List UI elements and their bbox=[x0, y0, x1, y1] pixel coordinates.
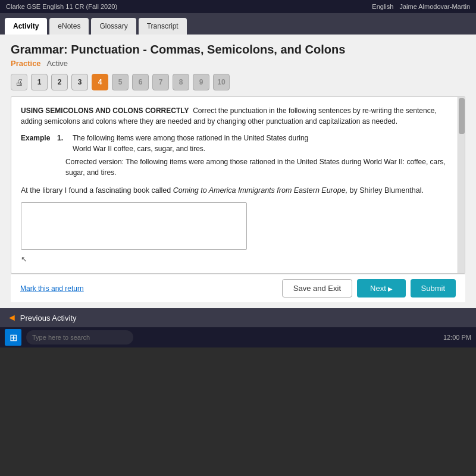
tab-glossary[interactable]: Glossary bbox=[91, 18, 136, 35]
action-bar: Mark this and return Save and Exit Next … bbox=[11, 274, 465, 302]
top-bar-right: English Jaime Almodovar-Martin bbox=[372, 3, 470, 10]
page-6[interactable]: 6 bbox=[132, 74, 149, 90]
page-7[interactable]: 7 bbox=[152, 74, 169, 90]
page-2[interactable]: 2 bbox=[51, 74, 68, 90]
page-4-current[interactable]: 4 bbox=[92, 74, 108, 90]
taskbar-clock: 12:00 PM bbox=[443, 334, 471, 341]
page-8[interactable]: 8 bbox=[173, 74, 189, 90]
page-10[interactable]: 10 bbox=[213, 74, 230, 90]
top-bar: Clarke GSE English 11 CR (Fall 2020) Eng… bbox=[0, 0, 476, 13]
instructions: USING SEMICOLONS AND COLONS CORRECTLY Co… bbox=[21, 105, 455, 127]
submit-button[interactable]: Submit bbox=[411, 279, 456, 298]
question-plain-1: At the library I found a fascinating boo… bbox=[21, 186, 173, 195]
content-card: USING SEMICOLONS AND COLONS CORRECTLY Co… bbox=[11, 96, 465, 274]
save-exit-button[interactable]: Save and Exit bbox=[282, 279, 352, 298]
next-button[interactable]: Next bbox=[357, 279, 406, 298]
prev-activity-bar[interactable]: ◄ Previous Activity bbox=[0, 308, 476, 327]
instructions-title: USING SEMICOLONS AND COLONS CORRECTLY bbox=[21, 107, 189, 115]
corrected-label: Corrected version: bbox=[65, 158, 124, 166]
answer-textarea[interactable] bbox=[21, 202, 247, 250]
language-selector[interactable]: English bbox=[372, 3, 393, 10]
prev-arrow-icon: ◄ bbox=[7, 312, 17, 323]
windows-start-button[interactable]: ⊞ bbox=[5, 329, 21, 346]
scroll-bar[interactable] bbox=[458, 97, 465, 273]
print-button[interactable]: 🖨 bbox=[11, 74, 27, 90]
tab-activity[interactable]: Activity bbox=[5, 18, 47, 35]
status-active: Active bbox=[47, 59, 68, 68]
user-name: Jaime Almodovar-Martin bbox=[399, 3, 470, 10]
mark-return-link[interactable]: Mark this and return bbox=[20, 284, 84, 293]
example-text-line1: The following items were among those rat… bbox=[73, 133, 308, 154]
example-row: Example 1. The following items were amon… bbox=[21, 133, 455, 154]
page-3[interactable]: 3 bbox=[71, 74, 88, 90]
example-label: Example bbox=[21, 133, 54, 154]
page-5[interactable]: 5 bbox=[112, 74, 129, 90]
page-title: Grammar: Punctuation - Commas, Semicolon… bbox=[11, 43, 465, 57]
page-1[interactable]: 1 bbox=[31, 74, 48, 90]
question-plain-2: by Shirley Blumenthal. bbox=[347, 186, 424, 195]
status-practice: Practice bbox=[11, 59, 41, 68]
question-italic: Coming to America Immigrants from Easter… bbox=[173, 186, 347, 195]
tab-enotes[interactable]: eNotes bbox=[49, 18, 89, 35]
top-bar-course-title: Clarke GSE English 11 CR (Fall 2020) bbox=[6, 3, 117, 10]
example-block: Example 1. The following items were amon… bbox=[21, 133, 455, 178]
pagination-row: 🖨 1 2 3 4 5 6 7 8 9 10 bbox=[11, 74, 465, 90]
main-area: Grammar: Punctuation - Commas, Semicolon… bbox=[0, 35, 476, 308]
cursor-indicator: ↖ bbox=[21, 253, 27, 262]
action-buttons: Save and Exit Next Submit bbox=[282, 279, 456, 298]
question-text: At the library I found a fascinating boo… bbox=[21, 185, 455, 196]
example-num: 1. bbox=[57, 133, 69, 154]
tab-transcript[interactable]: Transcript bbox=[139, 18, 187, 35]
status-row: Practice Active bbox=[11, 59, 465, 68]
page-9[interactable]: 9 bbox=[193, 74, 209, 90]
taskbar: ⊞ 12:00 PM bbox=[0, 327, 476, 347]
taskbar-search[interactable] bbox=[26, 330, 133, 345]
scroll-thumb[interactable] bbox=[459, 98, 465, 134]
nav-tabs-bar: Activity eNotes Glossary Transcript bbox=[0, 13, 476, 35]
prev-activity-label: Previous Activity bbox=[20, 314, 77, 322]
corrected-block: Corrected version: The following items w… bbox=[65, 156, 455, 178]
